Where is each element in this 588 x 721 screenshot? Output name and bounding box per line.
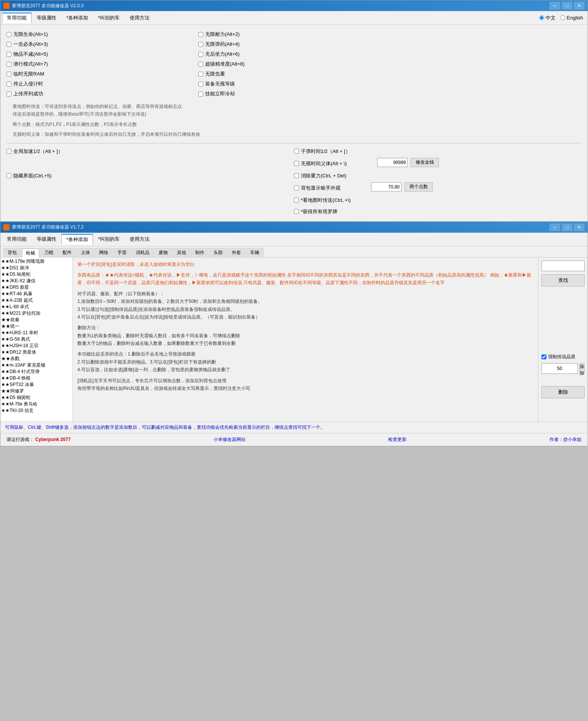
tab-common-1[interactable]: 常用功能 <box>2 13 32 23</box>
subtab-blade[interactable]: 刀棍 <box>40 248 58 257</box>
subtab-craft[interactable]: 制作 <box>191 248 209 257</box>
lang-en-radio[interactable] <box>560 15 565 20</box>
cb-map-teleport-input[interactable] <box>294 198 299 203</box>
tab2-car[interactable]: *叫别的车 <box>93 234 125 245</box>
points-btn[interactable]: 两个点数 <box>405 182 433 192</box>
search-input[interactable] <box>541 261 585 271</box>
cb-map-teleport[interactable]: *看地图时传送(CtrL +\) <box>294 195 582 205</box>
subtab-coat[interactable]: 外套 <box>228 248 245 257</box>
cb-infinite-ram-label: 临时无限RAM <box>13 71 44 77</box>
tab-help-1[interactable]: 使用方法 <box>125 13 154 23</box>
cb-show-silverhand[interactable]: 背包显示银手外观 <box>294 183 341 193</box>
close-btn-2[interactable]: ✕ <box>574 224 585 231</box>
lang-zh[interactable]: 中文 <box>539 14 556 21</box>
add-btn[interactable]: 添加 <box>579 363 585 374</box>
cb-all-tarot-label: *获得所有塔罗牌 <box>301 208 337 215</box>
cb-infinite-ram-input[interactable] <box>6 72 11 77</box>
subtab-consumable[interactable]: 消耗品 <box>132 248 154 257</box>
cb-stealth-input[interactable] <box>6 62 11 67</box>
lang-zh-label: 中文 <box>546 14 556 21</box>
cb-one-hit-kill-input[interactable] <box>6 42 11 47</box>
count-input[interactable] <box>541 363 578 374</box>
site-link[interactable]: 小幸修改器网站 <box>214 436 246 443</box>
cb-item-nodecrease-input[interactable] <box>6 52 11 57</box>
money-input[interactable] <box>377 158 408 167</box>
cb-infinite-ammo-input[interactable] <box>198 42 203 47</box>
subtab-guns[interactable]: 枪械 <box>22 248 39 258</box>
cb-infinite-weight-input[interactable] <box>198 72 203 77</box>
subtab-head[interactable]: 头部 <box>209 248 227 257</box>
cb-super-precision[interactable]: 超级精准度(Alt+8) <box>198 59 390 69</box>
cb-infinite-ammo[interactable]: 无限弹药(Alt+4) <box>198 39 390 49</box>
cb-skill-cooldown-input[interactable] <box>198 92 203 97</box>
subtab-bag[interactable]: 背包 <box>3 248 21 257</box>
money-btn[interactable]: 修改金钱 <box>411 158 439 167</box>
cb-global-speed[interactable]: 全局加速1/2（Alt + ]） <box>6 146 294 156</box>
title-controls-1: ─ □ ✕ <box>549 2 585 10</box>
subtab-net[interactable]: 网络 <box>95 248 112 257</box>
cb-super-precision-input[interactable] <box>198 62 203 67</box>
cb-infinite-life[interactable]: 无限生命(Alt+1) <box>6 29 198 39</box>
points-input[interactable] <box>371 182 402 192</box>
cb-stop-hack-input[interactable] <box>6 82 11 87</box>
cb-bullet-time[interactable]: 子弹时间1/2（Alt + [） <box>294 146 582 156</box>
author-link[interactable]: 作者：@小幸姐 <box>549 436 582 443</box>
cb-all-tarot-input[interactable] <box>294 209 299 214</box>
info-line4: 无视时间义体：加速和子弹时间在装备时间义体后对自己无效，开启本项可以对自己继续有… <box>13 130 575 138</box>
maximize-btn-2[interactable]: □ <box>562 224 572 231</box>
tab2-help[interactable]: 使用方法 <box>125 234 154 245</box>
tab2-add[interactable]: *各种添加 <box>61 234 93 245</box>
cb-ignore-equip-level-input[interactable] <box>198 82 203 87</box>
subtab-other[interactable]: 其他 <box>173 248 190 257</box>
cb-skill-cooldown[interactable]: 技能立即冷却 <box>198 89 390 99</box>
cb-stop-hack[interactable]: 停止入侵计时 <box>6 79 198 89</box>
minimize-btn-2[interactable]: ─ <box>549 224 560 231</box>
cb-ignore-equip-level[interactable]: 装备无视等级 <box>198 79 390 89</box>
cb-item-nodecrease[interactable]: 物品不减(Alt+5) <box>6 49 198 59</box>
cb-stealth[interactable]: 潜行模式(Alt+7) <box>6 59 198 69</box>
cb-ignore-time-cyberware-input[interactable] <box>294 161 299 166</box>
lang-en[interactable]: English <box>560 15 583 21</box>
subtab-vehicle[interactable]: 车辆 <box>246 248 263 257</box>
maximize-btn-1[interactable]: □ <box>562 2 572 10</box>
cb-remove-gravity[interactable]: 消除重力(CtrL + Del) <box>294 171 582 181</box>
find-btn[interactable]: 查找 <box>541 274 585 286</box>
info-header: 第一个栏目[背包]是实时读取，未进入游戏时将显示为空白 <box>77 261 533 268</box>
close-btn-1[interactable]: ✕ <box>574 2 585 10</box>
item-list[interactable]: ★★M-179e 阿喀琉斯★★DS1 脉冲★★D5 响尾蛇★★JKE-X2 谦信… <box>0 258 72 422</box>
delete-btn[interactable]: 删除 <box>541 386 585 398</box>
cb-all-tarot[interactable]: *获得所有塔罗牌 <box>294 207 582 217</box>
legend-checkbox-label[interactable]: 强制传说品质 <box>541 354 585 360</box>
cb-global-speed-input[interactable] <box>6 149 11 154</box>
cb-one-hit-kill[interactable]: 一击必杀(Alt+3) <box>6 39 198 49</box>
tab-add-1[interactable]: *各种添加 <box>61 13 93 23</box>
cb-hide-hud-input[interactable] <box>6 173 11 178</box>
subtab-accessory[interactable]: 配件 <box>58 248 76 257</box>
cb-hide-hud[interactable]: 隐藏界面(CtrL+5) <box>6 171 294 181</box>
subtab-grenade[interactable]: 手雷 <box>113 248 131 257</box>
cb-infinite-life-input[interactable] <box>6 32 11 37</box>
info-section-equip: 对于武器、服装、配件（以下统称装备）： 1.添加数目0～50时，添加对应级别的装… <box>77 290 533 321</box>
cb-infinite-ram[interactable]: 临时无限RAM <box>6 69 198 79</box>
cb-bullet-time-input[interactable] <box>294 149 299 154</box>
cb-no-recoil[interactable]: 无后坐力(Alt+6) <box>198 49 390 59</box>
cb-infinite-weight[interactable]: 无限负重 <box>198 69 390 79</box>
cb-show-silverhand-input[interactable] <box>294 185 299 190</box>
tab2-level[interactable]: 等级属性 <box>32 234 61 245</box>
cb-ignore-time-cyberware[interactable]: 无视时间义体(Alt + \) <box>294 159 347 169</box>
subtab-cyberware[interactable]: 义体 <box>77 248 94 257</box>
subtab-junk[interactable]: 废物 <box>154 248 172 257</box>
minimize-btn-1[interactable]: ─ <box>549 2 560 10</box>
tab-level-1[interactable]: 等级属性 <box>32 13 61 23</box>
cb-upload-success[interactable]: 上传序列成功 <box>6 89 198 99</box>
tab2-common[interactable]: 常用功能 <box>2 234 32 245</box>
cb-infinite-stamina[interactable]: 无限耐力(Alt+2) <box>198 29 390 39</box>
cb-upload-success-input[interactable] <box>6 92 11 97</box>
cb-no-recoil-input[interactable] <box>198 52 203 57</box>
update-link[interactable]: 检查更新 <box>388 436 406 443</box>
cb-remove-gravity-input[interactable] <box>294 173 299 178</box>
tab-car-1[interactable]: *叫别的车 <box>93 13 125 23</box>
cb-infinite-stamina-input[interactable] <box>198 32 203 37</box>
lang-zh-radio[interactable] <box>539 15 544 20</box>
legend-checkbox-input[interactable] <box>541 354 546 359</box>
